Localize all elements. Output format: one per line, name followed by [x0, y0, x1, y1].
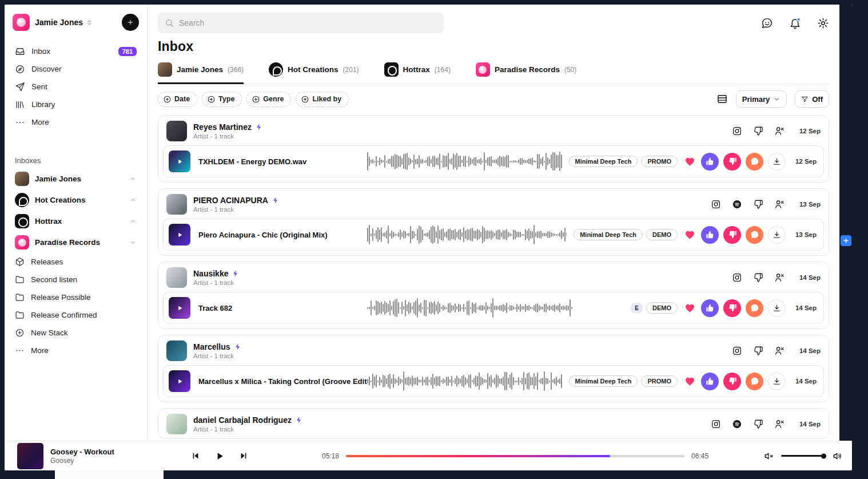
filter-chip-liked-by[interactable]: Liked by [296, 92, 349, 107]
sidebar-item-sent[interactable]: Sent [13, 78, 139, 96]
play-icon[interactable] [176, 378, 184, 385]
workspace-switcher-icon[interactable] [86, 19, 93, 26]
thumbs-down-icon[interactable] [753, 126, 763, 136]
spotify-icon[interactable] [732, 199, 742, 209]
volume-slider[interactable] [781, 455, 826, 457]
download-button[interactable] [768, 153, 786, 171]
tab-hot-creations[interactable]: Hot Creations(201) [269, 62, 359, 84]
sidebar-item-inbox[interactable]: Inbox781 [13, 42, 139, 60]
dislike-button[interactable] [723, 373, 741, 390]
track-row[interactable]: Marcellus x Milica - Taking Control (Gro… [163, 365, 824, 397]
sidebar-inbox-jamie-jones[interactable]: Jamie Jones [13, 168, 139, 189]
artist-row[interactable]: Reyes Martinez Artist - 1 track 12 Sep [158, 116, 829, 145]
track-art[interactable] [169, 370, 190, 392]
instagram-icon[interactable] [732, 126, 742, 136]
play-icon[interactable] [176, 158, 184, 165]
waveform[interactable] [367, 371, 562, 391]
artist-avatar[interactable] [166, 121, 187, 141]
notifications-button[interactable] [789, 17, 801, 29]
thumbs-down-icon[interactable] [753, 346, 763, 356]
waveform[interactable] [367, 298, 624, 318]
heart-icon[interactable] [684, 229, 695, 240]
artist-avatar[interactable] [166, 267, 187, 288]
heart-icon[interactable] [684, 376, 695, 387]
artist-avatar[interactable] [166, 194, 187, 215]
waveform[interactable] [367, 224, 567, 245]
filter-chip-type[interactable]: Type [202, 92, 242, 107]
sidebar-item-library[interactable]: Library [13, 96, 139, 113]
instagram-icon[interactable] [711, 419, 721, 429]
sidebar-folder-new-stack[interactable]: New Stack [13, 324, 139, 342]
sidebar-folder-release-confirmed[interactable]: Release Confirmed [13, 306, 139, 324]
like-button[interactable] [701, 226, 719, 244]
like-button[interactable] [701, 153, 719, 171]
play-icon[interactable] [176, 304, 184, 312]
messenger-button[interactable] [761, 17, 773, 29]
mute-icon[interactable] [764, 451, 774, 461]
dislike-button[interactable] [723, 226, 741, 244]
sidebar-folder-more-folders[interactable]: More [13, 342, 139, 359]
download-button[interactable] [768, 373, 786, 390]
waveform[interactable] [367, 151, 562, 172]
track-art[interactable] [169, 297, 190, 319]
volume-icon[interactable] [833, 451, 843, 461]
play-icon[interactable] [176, 231, 184, 239]
sidebar-inbox-hottrax[interactable]: Hottrax [13, 211, 139, 232]
artist-avatar[interactable] [166, 341, 187, 361]
thumbs-down-icon[interactable] [753, 419, 763, 429]
dislike-button[interactable] [723, 153, 741, 171]
spotify-icon[interactable] [732, 419, 742, 429]
track-art[interactable] [169, 151, 190, 172]
unfollow-artist-icon[interactable] [774, 419, 785, 429]
unfollow-artist-icon[interactable] [774, 272, 785, 283]
artist-row[interactable]: Marcellus Artist - 1 track 14 Sep [158, 335, 829, 365]
artist-avatar[interactable] [166, 414, 187, 434]
floating-add-button[interactable] [841, 235, 851, 246]
artist-row[interactable]: PIERO ACINAPURA Artist - 1 track 13 Sep [158, 189, 829, 219]
tab-paradise-records[interactable]: Paradise Records(50) [476, 62, 576, 84]
chevron-up-icon[interactable] [129, 196, 137, 204]
instagram-icon[interactable] [711, 199, 721, 209]
comment-button[interactable] [746, 153, 763, 171]
tab-jamie-jones[interactable]: Jamie Jones(366) [158, 62, 244, 84]
play-button[interactable] [214, 450, 225, 462]
sidebar-folder-second-listen[interactable]: Second listen [13, 271, 139, 288]
chevron-up-icon[interactable] [129, 175, 137, 183]
volume-handle[interactable] [821, 453, 826, 458]
tab-hottrax[interactable]: Hottrax(164) [384, 62, 451, 84]
like-button[interactable] [701, 299, 719, 317]
track-art[interactable] [169, 224, 190, 246]
sidebar-item-discover[interactable]: Discover [13, 60, 139, 78]
filter-chip-date[interactable]: Date [158, 92, 197, 107]
heart-icon[interactable] [684, 156, 695, 167]
dislike-button[interactable] [723, 299, 741, 317]
heart-icon[interactable] [684, 303, 695, 314]
track-row[interactable]: TXHLDEM - Energy DEMO.wav Minimal Deep T… [163, 145, 824, 177]
track-row[interactable]: Piero Acinapura - Chic (Original Mix) Mi… [163, 219, 824, 251]
next-button[interactable] [239, 451, 249, 461]
sidebar-inbox-paradise-records[interactable]: Paradise Records [13, 232, 139, 253]
filter-toggle-button[interactable]: Off [795, 90, 829, 108]
download-button[interactable] [768, 226, 786, 244]
create-button[interactable] [122, 14, 139, 31]
sidebar-inbox-hot-creations[interactable]: Hot Creations [13, 189, 139, 211]
settings-button[interactable] [817, 17, 829, 29]
previous-button[interactable] [190, 451, 200, 461]
track-row[interactable]: Track 682 EDEMO 14 Sep [163, 292, 824, 324]
player-album-art[interactable] [17, 443, 43, 469]
sidebar-folder-release-possible[interactable]: Release Possible [13, 288, 139, 306]
sidebar-folder-releases[interactable]: Releases [13, 253, 139, 271]
download-button[interactable] [768, 299, 786, 317]
thumbs-down-icon[interactable] [753, 199, 763, 209]
instagram-icon[interactable] [732, 346, 742, 356]
chevron-down-icon[interactable] [129, 239, 137, 246]
like-button[interactable] [701, 373, 719, 390]
artist-row[interactable]: daniel Carbajal Rodriguez Artist - 1 tra… [158, 409, 829, 438]
search-box[interactable] [158, 13, 444, 33]
instagram-icon[interactable] [732, 272, 742, 283]
comment-button[interactable] [746, 299, 763, 317]
comment-button[interactable] [746, 226, 763, 244]
view-layout-button[interactable] [716, 93, 728, 105]
seek-bar[interactable] [346, 455, 684, 457]
chevron-up-icon[interactable] [129, 217, 137, 225]
